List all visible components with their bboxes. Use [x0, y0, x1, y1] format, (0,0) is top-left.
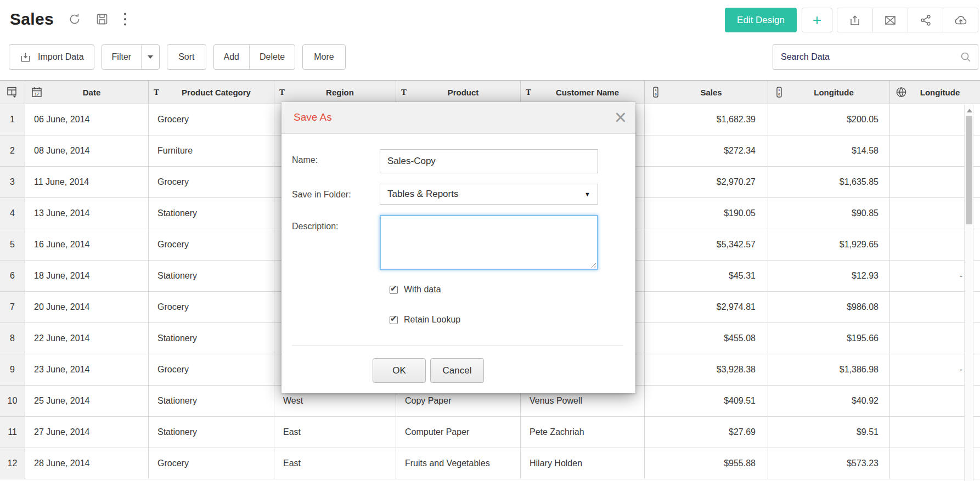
folder-select[interactable]: Tables & Reports ▼: [380, 184, 598, 205]
cell-date[interactable]: 06 June, 2014: [25, 104, 149, 135]
cell-product-category[interactable]: Stationery: [149, 198, 274, 229]
cell-product-category[interactable]: Furniture: [149, 135, 274, 166]
filter-dropdown-button[interactable]: [141, 45, 159, 69]
cell-date[interactable]: 25 June, 2014: [25, 386, 149, 416]
scrollbar-thumb[interactable]: [966, 116, 972, 224]
with-data-checkbox[interactable]: With data: [390, 285, 441, 295]
cell-date[interactable]: 22 June, 2014: [25, 323, 149, 354]
column-header-product-category[interactable]: T Product Category: [149, 81, 274, 104]
cell-date[interactable]: 13 June, 2014: [25, 198, 149, 229]
cell-region[interactable]: East: [274, 448, 396, 479]
cell-sales[interactable]: $45.31: [645, 261, 768, 291]
filter-button[interactable]: Filter: [102, 45, 142, 69]
cell-sales[interactable]: $3,928.38: [645, 354, 768, 385]
import-data-button[interactable]: Import Data: [9, 44, 94, 70]
cell-date[interactable]: 28 June, 2014: [25, 448, 149, 479]
cell-sales[interactable]: $190.05: [645, 198, 768, 229]
cell-cost[interactable]: $195.66: [768, 323, 890, 354]
cell-cost[interactable]: $986.08: [768, 292, 890, 322]
column-header-date[interactable]: 17 Date: [25, 81, 149, 104]
cell-date[interactable]: 16 June, 2014: [25, 229, 149, 260]
cancel-button[interactable]: Cancel: [430, 358, 484, 383]
cell-cost[interactable]: $9.51: [768, 417, 890, 448]
checkbox-checked-icon[interactable]: [390, 316, 398, 324]
cell-sales[interactable]: $27.69: [645, 417, 768, 448]
cell-cost[interactable]: $1,386.98: [768, 354, 890, 385]
checkbox-checked-icon[interactable]: [390, 286, 398, 294]
name-field[interactable]: [380, 149, 598, 173]
cell-sales[interactable]: $2,974.81: [645, 292, 768, 322]
column-header-region[interactable]: T Region: [274, 81, 396, 104]
cell-cost[interactable]: $12.93: [768, 261, 890, 291]
cell-product-category[interactable]: Grocery: [149, 229, 274, 260]
cell-cost[interactable]: $40.92: [768, 386, 890, 416]
cell-sales[interactable]: $2,970.27: [645, 167, 768, 197]
row-number[interactable]: 9: [0, 354, 25, 385]
scroll-up-arrow-icon[interactable]: [967, 109, 972, 112]
row-number[interactable]: 8: [0, 323, 25, 354]
cell-product[interactable]: Computer Paper: [396, 417, 521, 448]
sort-button[interactable]: Sort: [167, 44, 206, 70]
share-button[interactable]: [908, 8, 943, 32]
column-header-customer-name[interactable]: T Customer Name: [521, 81, 645, 104]
email-button[interactable]: [872, 8, 908, 32]
ok-button[interactable]: OK: [373, 358, 426, 383]
cell-customer-name[interactable]: Pete Zachriah: [521, 417, 645, 448]
cell-product-category[interactable]: Stationery: [149, 323, 274, 354]
row-number[interactable]: 5: [0, 229, 25, 260]
refresh-button[interactable]: [68, 13, 81, 26]
cell-sales[interactable]: $409.51: [645, 386, 768, 416]
cell-cost[interactable]: $1,635.85: [768, 167, 890, 197]
cell-product-category[interactable]: Grocery: [149, 448, 274, 479]
cell-product-category[interactable]: Stationery: [149, 261, 274, 291]
column-header-sales[interactable]: 1 0 Sales: [645, 81, 768, 104]
cell-cost[interactable]: $200.05: [768, 104, 890, 135]
cell-sales[interactable]: $1,682.39: [645, 104, 768, 135]
row-number[interactable]: 2: [0, 135, 25, 166]
row-number[interactable]: 4: [0, 198, 25, 229]
row-number[interactable]: 12: [0, 448, 25, 479]
cell-product-category[interactable]: Grocery: [149, 104, 274, 135]
cell-cost[interactable]: $1,929.65: [768, 229, 890, 260]
row-number[interactable]: 6: [0, 261, 25, 291]
cell-cost[interactable]: $573.23: [768, 448, 890, 479]
cell-product-category[interactable]: Stationery: [149, 417, 274, 448]
cell-product[interactable]: Fruits and Vegetables: [396, 448, 521, 479]
header-select-all[interactable]: [0, 81, 25, 104]
cell-date[interactable]: 11 June, 2014: [25, 167, 149, 197]
row-number[interactable]: 10: [0, 386, 25, 416]
cell-region[interactable]: East: [274, 417, 396, 448]
row-number[interactable]: 7: [0, 292, 25, 322]
publish-button[interactable]: [943, 8, 978, 32]
row-number[interactable]: 1: [0, 104, 25, 135]
vertical-scrollbar[interactable]: [964, 105, 973, 481]
column-header-cost[interactable]: 1 0 Longitude: [768, 81, 890, 104]
cell-sales[interactable]: $272.34: [645, 135, 768, 166]
cell-date[interactable]: 18 June, 2014: [25, 261, 149, 291]
more-options-button[interactable]: [123, 12, 127, 26]
cell-product-category[interactable]: Grocery: [149, 292, 274, 322]
delete-button[interactable]: Delete: [249, 45, 295, 69]
export-button[interactable]: [837, 8, 872, 32]
close-button[interactable]: ×: [615, 105, 627, 131]
row-number[interactable]: 11: [0, 417, 25, 448]
column-header-longitude[interactable]: Longitude: [890, 81, 980, 104]
cell-sales[interactable]: $955.88: [645, 448, 768, 479]
search-input[interactable]: [773, 44, 978, 70]
cell-product-category[interactable]: Grocery: [149, 167, 274, 197]
more-button[interactable]: More: [302, 44, 345, 70]
cell-cost[interactable]: $14.58: [768, 135, 890, 166]
cell-sales[interactable]: $455.08: [645, 323, 768, 354]
description-field[interactable]: [380, 215, 598, 270]
add-new-button[interactable]: +: [802, 8, 832, 32]
cell-cost[interactable]: $90.85: [768, 198, 890, 229]
edit-design-button[interactable]: Edit Design: [725, 8, 797, 32]
cell-date[interactable]: 23 June, 2014: [25, 354, 149, 385]
cell-sales[interactable]: $5,342.57: [645, 229, 768, 260]
column-header-product[interactable]: T Product: [396, 81, 521, 104]
cell-date[interactable]: 08 June, 2014: [25, 135, 149, 166]
add-button[interactable]: Add: [214, 45, 249, 69]
save-button[interactable]: [95, 13, 109, 26]
cell-customer-name[interactable]: Hilary Holden: [521, 448, 645, 479]
cell-date[interactable]: 27 June, 2014: [25, 417, 149, 448]
